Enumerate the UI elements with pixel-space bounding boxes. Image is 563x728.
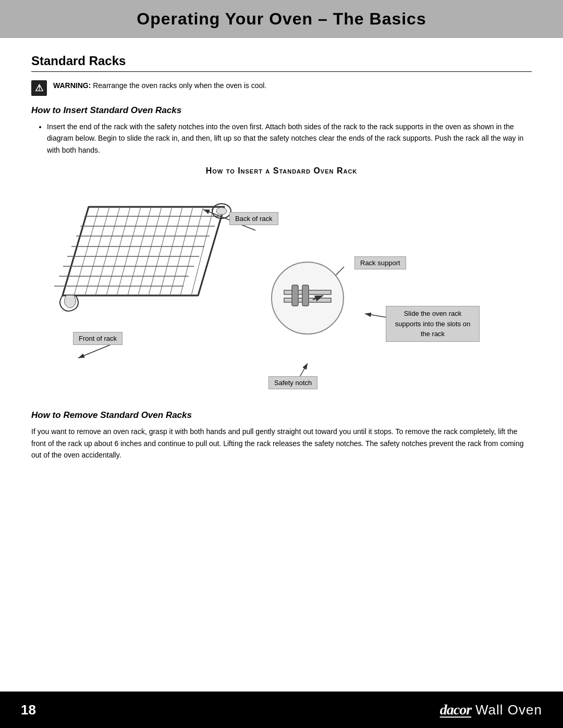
insert-bullet-item: Insert the end of the rack with the safe… — [47, 121, 532, 156]
warning-text: WARNING: Rearrange the oven racks only w… — [53, 80, 266, 91]
warning-message: Rearrange the oven racks only when the o… — [93, 81, 266, 90]
back-of-rack-label: Back of rack — [229, 212, 278, 225]
warning-label: WARNING: — [53, 81, 91, 90]
svg-line-2 — [198, 207, 224, 295]
brand-logo: dacor Wall Oven — [440, 701, 542, 718]
page-header: Operating Your Oven – The Basics — [0, 0, 563, 38]
svg-line-18 — [128, 207, 151, 295]
page-title: Operating Your Oven – The Basics — [21, 9, 542, 29]
slide-instruction-label: Slide the oven rack supports into the sl… — [386, 306, 480, 342]
diagram-heading: How to Insert a Standard Oven Rack — [31, 166, 532, 176]
detail-circle — [271, 262, 344, 335]
svg-rect-35 — [292, 285, 298, 306]
rack-svg — [47, 191, 240, 316]
diagram-area: Back of rack Front of rack Rack support … — [31, 181, 532, 400]
section-title: Standard Racks — [31, 54, 532, 72]
front-of-rack-label: Front of rack — [73, 332, 123, 345]
svg-line-13 — [74, 207, 99, 295]
remove-heading: How to Remove Standard Oven Racks — [31, 410, 532, 421]
svg-line-16 — [106, 207, 130, 295]
page-number: 18 — [21, 702, 36, 718]
page-footer: 18 dacor Wall Oven — [0, 692, 563, 728]
warning-box: ⚠ WARNING: Rearrange the oven racks only… — [31, 80, 532, 96]
svg-line-15 — [95, 207, 120, 295]
svg-line-20 — [149, 207, 172, 295]
insert-bullet-list: Insert the end of the rack with the safe… — [47, 121, 532, 156]
main-content: Standard Racks ⚠ WARNING: Rearrange the … — [0, 38, 563, 479]
svg-line-22 — [170, 207, 193, 295]
svg-line-23 — [180, 207, 203, 295]
remove-text: If you want to remove an oven rack, gras… — [31, 426, 532, 461]
rack-support-label: Rack support — [354, 256, 406, 269]
warning-icon: ⚠ — [31, 80, 47, 96]
brand-name: dacor — [440, 701, 471, 718]
brand-product: Wall Oven — [475, 702, 542, 718]
svg-line-14 — [85, 207, 109, 295]
svg-line-1 — [63, 207, 89, 295]
remove-section: How to Remove Standard Oven Racks If you… — [31, 410, 532, 461]
svg-line-17 — [117, 207, 141, 295]
svg-rect-36 — [302, 285, 309, 306]
insert-heading: How to Insert Standard Oven Racks — [31, 105, 532, 116]
safety-notch-label: Safety notch — [268, 376, 317, 389]
brand-name-text: dacor — [440, 701, 471, 718]
svg-line-19 — [138, 207, 162, 295]
svg-line-21 — [160, 207, 182, 295]
svg-point-26 — [216, 207, 227, 215]
